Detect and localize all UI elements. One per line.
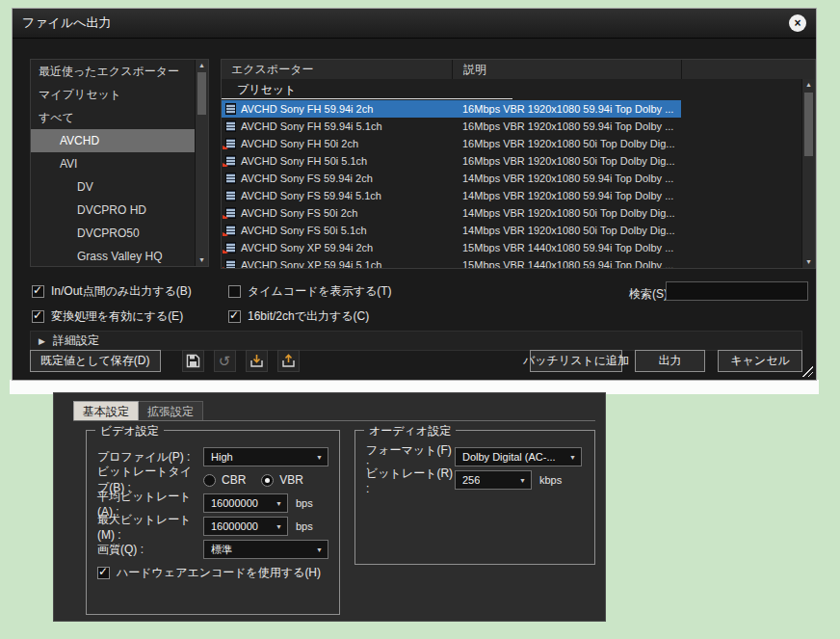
preset-row[interactable]: AVCHD Sony FH 50i 5.1ch 16Mbps VBR 1920x…: [222, 152, 802, 170]
option-show-timecode[interactable]: タイムコードを表示する(T): [228, 283, 392, 299]
audio-format-value: Dolby Digital (AC-...: [462, 451, 556, 463]
close-icon: ×: [794, 16, 801, 30]
dialog-titlebar[interactable]: ファイルへ出力 ×: [13, 9, 816, 39]
preset-desc: 14Mbps VBR 1920x1080 59.94i Top Dolby ..…: [452, 190, 802, 201]
chevron-down-icon: ▼: [276, 523, 282, 530]
preset-desc: 16Mbps VBR 1920x1080 59.94i Top Dolby ..…: [452, 103, 802, 115]
quality-dropdown[interactable]: 標準 ▼: [203, 540, 328, 559]
sidebar-item-dvcpro50[interactable]: DVCPRO50: [31, 222, 196, 245]
delete-preset-button[interactable]: ↺: [214, 350, 236, 372]
audio-bitrate-value: 256: [462, 474, 480, 486]
preset-row[interactable]: AVCHD Sony FH 59.94i 2ch 16Mbps VBR 1920…: [222, 100, 802, 118]
tab-preset[interactable]: プリセット: [237, 82, 296, 98]
undo-icon: ↺: [219, 354, 231, 368]
sidebar-scrollbar[interactable]: ▲ ▼: [195, 60, 208, 266]
preset-desc: 16Mbps VBR 1920x1080 50i Top Dolby Dig..…: [452, 155, 802, 167]
preset-tab-row: プリセット: [222, 79, 815, 99]
resize-grip[interactable]: [801, 365, 813, 377]
sidebar-item-dvcpro-hd[interactable]: DVCPRO HD: [31, 199, 196, 222]
save-default-button[interactable]: 既定値として保存(D): [30, 350, 161, 372]
tab-basic-settings[interactable]: 基本設定: [73, 401, 139, 420]
import-preset-button[interactable]: [246, 350, 268, 372]
cbr-label: CBR: [222, 473, 246, 487]
preset-film-arrow-icon: [225, 155, 236, 167]
export-button[interactable]: 出力: [635, 350, 705, 372]
table-scrollbar[interactable]: ▲ ▼: [801, 79, 815, 268]
preset-row[interactable]: AVCHD Sony FS 59.94i 2ch 14Mbps VBR 1920…: [222, 170, 802, 187]
max-bitrate-combo[interactable]: 16000000 ▼: [203, 517, 288, 536]
preset-film-icon: [225, 190, 236, 201]
vbr-radio[interactable]: [261, 474, 274, 487]
preset-film-arrow-icon: [225, 207, 236, 219]
avg-bitrate-unit: bps: [296, 497, 313, 509]
sidebar-item-mypresets[interactable]: マイプリセット: [31, 83, 196, 106]
scrollbar-thumb[interactable]: [197, 72, 206, 115]
max-bitrate-unit: bps: [296, 520, 313, 532]
chevron-down-icon: ▼: [276, 500, 282, 507]
import-arrow-icon: [249, 354, 264, 368]
preset-row[interactable]: AVCHD Sony FS 59.94i 5.1ch 14Mbps VBR 19…: [222, 187, 802, 204]
sidebar-item-all[interactable]: すべて: [31, 106, 196, 129]
profile-dropdown[interactable]: High ▼: [203, 447, 328, 466]
sidebar-item-avchd[interactable]: AVCHD: [31, 129, 196, 152]
preset-row[interactable]: AVCHD Sony FH 59.94i 5.1ch 16Mbps VBR 19…: [222, 118, 802, 135]
preset-name: AVCHD Sony FH 59.94i 2ch: [241, 103, 373, 115]
sidebar-item-avi[interactable]: AVI: [31, 152, 196, 175]
add-batch-button[interactable]: バッチリストに追加: [530, 350, 622, 372]
scroll-up-icon[interactable]: ▲: [802, 79, 815, 91]
vbr-label: VBR: [279, 473, 303, 487]
checkbox-checked-icon: ✓: [32, 285, 44, 298]
sidebar-item-dv[interactable]: DV: [31, 175, 196, 199]
preset-name: AVCHD Sony FS 59.94i 2ch: [241, 173, 373, 184]
preset-film-icon: [225, 120, 236, 132]
avg-bitrate-combo[interactable]: 16000000 ▼: [203, 493, 288, 513]
search-input[interactable]: [666, 281, 808, 301]
preset-desc: 14Mbps VBR 1920x1080 59.94i Top Dolby ..…: [452, 173, 802, 184]
preset-film-arrow-icon: [225, 242, 236, 253]
column-description[interactable]: 説明: [452, 60, 681, 79]
preset-film-arrow-icon: [225, 138, 236, 149]
sidebar-item-grass-valley-hq[interactable]: Grass Valley HQ: [31, 245, 196, 268]
cbr-radio[interactable]: [203, 474, 216, 487]
option-inout-only[interactable]: ✓ In/Out点間のみ出力する(B): [32, 283, 192, 299]
video-settings-title: ビデオ設定: [95, 423, 164, 439]
cancel-button[interactable]: キャンセル: [718, 350, 802, 372]
option-16bit-output[interactable]: ✓ 16bit/2chで出力する(C): [228, 308, 369, 324]
column-exporter[interactable]: エクスポーター: [222, 62, 452, 78]
quality-value: 標準: [211, 543, 232, 557]
checkbox-checked-icon: ✓: [228, 310, 241, 323]
preset-film-icon: [225, 173, 236, 184]
audio-format-dropdown[interactable]: Dolby Digital (AC-... ▼: [455, 447, 582, 466]
option-label: タイムコードを表示する(T): [248, 283, 392, 300]
tab-extended-settings[interactable]: 拡張設定: [139, 401, 203, 420]
preset-name: AVCHD Sony FH 50i 5.1ch: [241, 155, 367, 167]
advanced-settings-label: 詳細設定: [53, 333, 99, 349]
save-preset-button[interactable]: [182, 350, 204, 372]
preset-name: AVCHD Sony XP 59.94i 5.1ch: [241, 259, 381, 268]
scroll-down-icon[interactable]: ▼: [802, 256, 815, 268]
preset-row[interactable]: AVCHD Sony FS 50i 5.1ch 14Mbps VBR 1920x…: [222, 222, 802, 239]
preset-row[interactable]: AVCHD Sony XP 59.94i 5.1ch 15Mbps VBR 14…: [222, 256, 802, 268]
preset-row[interactable]: AVCHD Sony XP 59.94i 2ch 15Mbps VBR 1440…: [222, 239, 802, 256]
hw-encode-option[interactable]: ✓ ハードウェアエンコードを使用する(H): [97, 561, 339, 584]
max-bitrate-label: 最大ビットレート(M) :: [97, 512, 203, 542]
chevron-down-icon: ▼: [316, 454, 323, 461]
preset-row[interactable]: AVCHD Sony FH 50i 2ch 16Mbps VBR 1920x10…: [222, 135, 802, 152]
chevron-down-icon: ▼: [519, 477, 526, 484]
export-arrow-icon: [281, 354, 296, 368]
export-preset-button[interactable]: [277, 350, 300, 372]
audio-bitrate-dropdown[interactable]: 256 ▼: [455, 470, 532, 490]
preset-name: AVCHD Sony FS 50i 5.1ch: [241, 225, 367, 236]
scrollbar-thumb[interactable]: [804, 93, 813, 156]
scroll-up-icon[interactable]: ▲: [196, 60, 208, 71]
sidebar-item-recent[interactable]: 最近使ったエクスポーター: [31, 60, 196, 83]
close-button[interactable]: ×: [789, 14, 806, 32]
scroll-down-icon[interactable]: ▼: [196, 254, 208, 266]
preset-row[interactable]: AVCHD Sony FS 50i 2ch 14Mbps VBR 1920x10…: [222, 204, 802, 222]
desktop: 基本設定 拡張設定 ビデオ設定 プロファイル(P) : High ▼ ビットレー…: [0, 0, 840, 639]
preset-name: AVCHD Sony FS 59.94i 5.1ch: [241, 190, 381, 201]
option-enable-conversion[interactable]: ✓ 変換処理を有効にする(E): [32, 308, 183, 324]
checkbox-checked-icon: ✓: [32, 310, 44, 323]
preset-rows: AVCHD Sony FH 59.94i 2ch 16Mbps VBR 1920…: [222, 100, 802, 268]
advanced-settings-expander[interactable]: ▶ 詳細設定: [30, 331, 802, 351]
